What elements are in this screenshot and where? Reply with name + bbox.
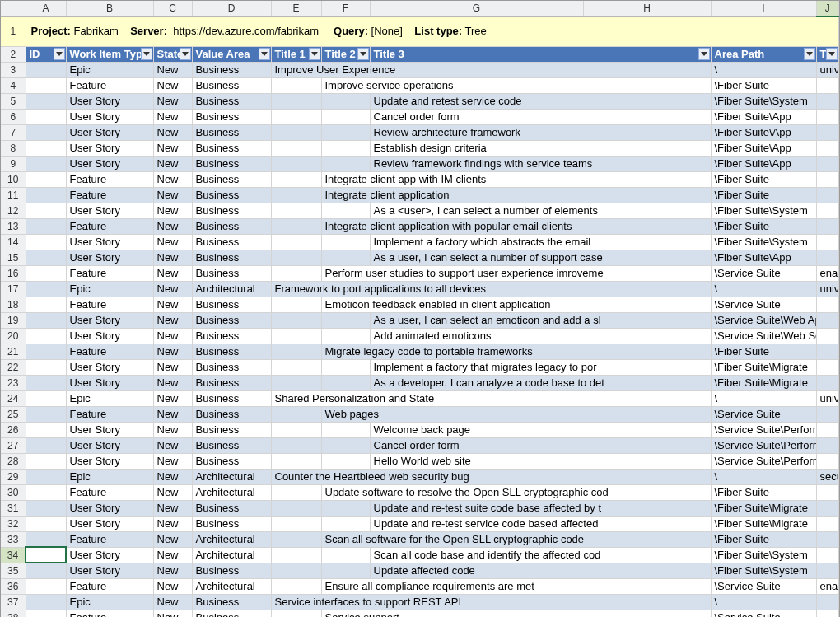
cell-work-item-type[interactable]: Feature xyxy=(66,187,153,203)
cell-tags[interactable] xyxy=(816,594,839,610)
cell-id[interactable] xyxy=(26,328,66,344)
cell-area-path[interactable]: \Fiber Suite xyxy=(711,77,816,93)
cell-tags[interactable] xyxy=(816,312,839,328)
cell-state[interactable]: New xyxy=(153,297,192,312)
cell-value-area[interactable]: Business xyxy=(192,312,271,328)
cell-title1[interactable] xyxy=(271,406,321,422)
cell-title1[interactable] xyxy=(271,328,321,344)
cell-title1[interactable]: Service interfaces to support REST API xyxy=(271,594,711,610)
row-header-12[interactable]: 12 xyxy=(1,203,26,218)
col-title3[interactable]: Title 3 xyxy=(370,46,711,62)
cell-area-path[interactable]: \Service Suite\Performance xyxy=(711,422,816,437)
cell-id[interactable] xyxy=(26,203,66,218)
col-title1[interactable]: Title 1 xyxy=(271,46,321,62)
cell-work-item-type[interactable]: User Story xyxy=(66,516,153,531)
row-header-17[interactable]: 17 xyxy=(1,281,26,297)
cell-id[interactable] xyxy=(26,171,66,187)
cell-area-path[interactable]: \Service Suite xyxy=(711,610,816,617)
row-header-36[interactable]: 36 xyxy=(1,578,26,594)
cell-title1[interactable] xyxy=(271,203,321,218)
cell-id[interactable] xyxy=(26,547,66,563)
row-header-33[interactable]: 33 xyxy=(1,531,26,547)
cell-title1[interactable]: Improve User Experience xyxy=(271,62,711,77)
cell-id[interactable] xyxy=(26,156,66,171)
cell-work-item-type[interactable]: User Story xyxy=(66,500,153,516)
cell-title2[interactable]: Scan all software for the Open SLL crypt… xyxy=(321,531,711,547)
cell-title2[interactable] xyxy=(321,516,370,531)
cell-id[interactable] xyxy=(26,516,66,531)
cell-state[interactable]: New xyxy=(153,77,192,93)
cell-state[interactable]: New xyxy=(153,250,192,265)
row-header-25[interactable]: 25 xyxy=(1,406,26,422)
cell-title1[interactable] xyxy=(271,500,321,516)
cell-id[interactable] xyxy=(26,140,66,156)
cell-title3[interactable]: As a <user>, I can select a number of el… xyxy=(370,203,711,218)
cell-title2[interactable]: Emoticon feedback enabled in client appl… xyxy=(321,297,711,312)
cell-title3[interactable]: Welcome back page xyxy=(370,422,711,437)
cell-area-path[interactable]: \Fiber Suite\System xyxy=(711,93,816,109)
cell-state[interactable]: New xyxy=(153,328,192,344)
cell-tags[interactable] xyxy=(816,406,839,422)
cell-area-path[interactable]: \ xyxy=(711,390,816,406)
cell-title1[interactable] xyxy=(271,578,321,594)
col-header-H[interactable]: H xyxy=(583,1,711,16)
cell-title2[interactable]: Integrate client app with IM clients xyxy=(321,171,711,187)
cell-value-area[interactable]: Business xyxy=(192,265,271,281)
cell-work-item-type[interactable]: Feature xyxy=(66,406,153,422)
cell-title2[interactable] xyxy=(321,375,370,390)
cell-work-item-type[interactable]: Feature xyxy=(66,531,153,547)
row-header-23[interactable]: 23 xyxy=(1,375,26,390)
row-header-7[interactable]: 7 xyxy=(1,124,26,140)
cell-tags[interactable] xyxy=(816,140,839,156)
col-header-B[interactable]: B xyxy=(66,1,153,16)
cell-area-path[interactable]: \Fiber Suite\System xyxy=(711,563,816,578)
row-header-1[interactable]: 1 xyxy=(1,16,26,46)
cell-work-item-type[interactable]: Feature xyxy=(66,265,153,281)
cell-work-item-type[interactable]: User Story xyxy=(66,312,153,328)
col-tags[interactable]: Tags xyxy=(816,46,839,62)
col-header-E[interactable]: E xyxy=(271,1,321,16)
cell-work-item-type[interactable]: User Story xyxy=(66,124,153,140)
cell-work-item-type[interactable]: Epic xyxy=(66,469,153,484)
col-header-G[interactable]: G xyxy=(370,1,583,16)
cell-title2[interactable]: Update software to resolve the Open SLL … xyxy=(321,484,711,500)
cell-tags[interactable] xyxy=(816,531,839,547)
cell-state[interactable]: New xyxy=(153,453,192,469)
cell-value-area[interactable]: Business xyxy=(192,344,271,359)
row-header-22[interactable]: 22 xyxy=(1,359,26,375)
spreadsheet-grid[interactable]: ABCDEFGHIJ1Project: Fabrikam Server: htt… xyxy=(1,1,839,617)
cell-title1[interactable] xyxy=(271,93,321,109)
cell-title3[interactable]: As a user, I can select an emoticon and … xyxy=(370,312,711,328)
filter-dropdown-button[interactable] xyxy=(141,48,152,60)
cell-state[interactable]: New xyxy=(153,187,192,203)
cell-work-item-type[interactable]: User Story xyxy=(66,156,153,171)
cell-title1[interactable] xyxy=(271,375,321,390)
col-work-item-type[interactable]: Work Item Type xyxy=(66,46,153,62)
row-header-29[interactable]: 29 xyxy=(1,469,26,484)
cell-value-area[interactable]: Architectural xyxy=(192,469,271,484)
cell-title3[interactable]: Update and re-test service code based af… xyxy=(370,516,711,531)
cell-id[interactable] xyxy=(26,281,66,297)
cell-id[interactable] xyxy=(26,312,66,328)
cell-id[interactable] xyxy=(26,359,66,375)
cell-id[interactable] xyxy=(26,390,66,406)
row-header-26[interactable]: 26 xyxy=(1,422,26,437)
cell-state[interactable]: New xyxy=(153,312,192,328)
cell-work-item-type[interactable]: Feature xyxy=(66,484,153,500)
row-header-28[interactable]: 28 xyxy=(1,453,26,469)
cell-id[interactable] xyxy=(26,531,66,547)
cell-title1[interactable] xyxy=(271,109,321,124)
row-header-38[interactable]: 38 xyxy=(1,610,26,617)
cell-id[interactable] xyxy=(26,344,66,359)
cell-work-item-type[interactable]: User Story xyxy=(66,375,153,390)
cell-id[interactable] xyxy=(26,422,66,437)
row-header-6[interactable]: 6 xyxy=(1,109,26,124)
cell-state[interactable]: New xyxy=(153,500,192,516)
cell-title2[interactable]: Web pages xyxy=(321,406,711,422)
cell-title3[interactable]: Update and retest service code xyxy=(370,93,711,109)
col-header-C[interactable]: C xyxy=(153,1,192,16)
cell-area-path[interactable]: \Fiber Suite xyxy=(711,171,816,187)
cell-work-item-type[interactable]: User Story xyxy=(66,140,153,156)
cell-area-path[interactable]: \ xyxy=(711,594,816,610)
row-header-32[interactable]: 32 xyxy=(1,516,26,531)
